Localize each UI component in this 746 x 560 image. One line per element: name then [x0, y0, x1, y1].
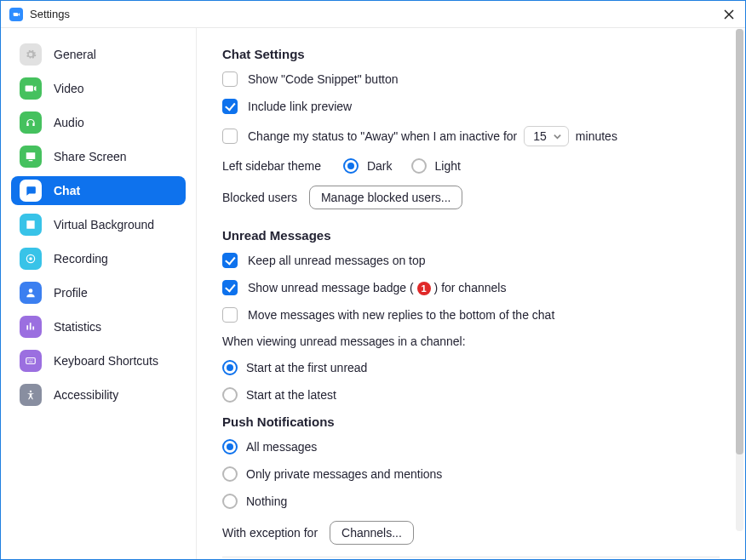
sidebar-item-video[interactable]: Video — [11, 74, 186, 103]
link-preview-checkbox[interactable] — [222, 99, 238, 114]
recording-icon — [20, 248, 42, 270]
exception-row: With exception for Channels... — [222, 521, 720, 545]
theme-dark-radio[interactable] — [343, 158, 359, 174]
theme-light-label: Light — [435, 159, 461, 173]
start-first-unread-radio[interactable] — [222, 360, 238, 375]
sidebar-item-label: Keyboard Shortcuts — [54, 354, 158, 368]
sidebar-item-label: Share Screen — [54, 150, 127, 163]
sidebar-item-general[interactable]: General — [11, 40, 186, 69]
unread-badge-checkbox[interactable] — [222, 280, 238, 295]
app-icon — [9, 8, 23, 21]
keyboard-icon — [20, 350, 42, 372]
push-nothing-radio[interactable] — [222, 494, 238, 509]
code-snippet-checkbox[interactable] — [222, 71, 238, 87]
sidebar-item-label: Profile — [54, 286, 88, 300]
sidebar-item-chat[interactable]: Chat — [11, 176, 186, 205]
start-latest-label: Start at the latest — [246, 388, 336, 402]
profile-icon — [20, 282, 42, 304]
push-heading: Push Notifications — [222, 414, 720, 429]
move-replies-checkbox[interactable] — [222, 307, 238, 323]
theme-dark-label: Dark — [367, 159, 393, 173]
exception-channels-button[interactable]: Channels... — [330, 521, 414, 545]
sidebar-item-label: Chat — [54, 184, 80, 197]
statistics-icon — [20, 316, 42, 338]
unread-heading: Unread Messages — [222, 228, 720, 243]
svg-point-4 — [30, 391, 32, 392]
away-minutes-select[interactable]: 15 — [524, 126, 569, 146]
move-replies-row: Move messages with new replies to the bo… — [222, 307, 720, 323]
sidebar-theme-row: Left sidebar theme Dark Light — [222, 158, 720, 174]
push-all-radio[interactable] — [222, 439, 238, 454]
chat-settings-heading: Chat Settings — [222, 47, 720, 61]
push-nothing-row: Nothing — [222, 494, 720, 509]
gear-icon — [20, 43, 42, 66]
svg-point-2 — [29, 289, 33, 293]
push-private-row: Only private messages and mentions — [222, 466, 720, 482]
code-snippet-row: Show "Code Snippet" button — [222, 71, 720, 87]
unread-badge-example: 1 — [417, 281, 431, 295]
push-private-label: Only private messages and mentions — [246, 467, 442, 481]
sidebar-item-profile[interactable]: Profile — [11, 278, 186, 307]
divider — [222, 557, 720, 557]
virtual-bg-icon — [20, 214, 42, 236]
start-first-unread-row: Start at the first unread — [222, 360, 720, 375]
start-latest-row: Start at the latest — [222, 387, 720, 403]
sidebar-item-label: General — [54, 48, 96, 61]
keep-on-top-label: Keep all unread messages on top — [248, 254, 426, 267]
away-minutes-value: 15 — [533, 129, 547, 143]
sidebar-item-label: Virtual Background — [54, 218, 154, 231]
window-body: General Video Audio Share Screen Chat Vi… — [1, 28, 745, 559]
push-private-radio[interactable] — [222, 466, 238, 482]
scrollbar-thumb[interactable] — [736, 29, 743, 454]
unread-badge-suffix: ) for channels — [434, 281, 507, 294]
start-first-unread-label: Start at the first unread — [246, 361, 367, 374]
unread-badge-row: Show unread message badge ( 1 ) for chan… — [222, 280, 720, 295]
manage-blocked-users-button[interactable]: Manage blocked users... — [309, 186, 463, 209]
unread-badge-icon: 1 — [417, 282, 431, 295]
settings-window: Settings General Video Audio Share Scree… — [0, 0, 746, 560]
window-title: Settings — [30, 8, 70, 20]
link-preview-label: Include link preview — [248, 100, 352, 113]
sidebar-item-recording[interactable]: Recording — [11, 244, 186, 273]
away-status-checkbox[interactable] — [222, 129, 238, 144]
code-snippet-label: Show "Code Snippet" button — [248, 72, 399, 86]
sidebar-item-label: Recording — [54, 252, 108, 266]
svg-rect-3 — [26, 358, 36, 364]
content-pane: Chat Settings Show "Code Snippet" button… — [197, 28, 745, 559]
share-screen-icon — [20, 146, 42, 168]
keep-on-top-checkbox[interactable] — [222, 253, 238, 268]
sidebar-item-statistics[interactable]: Statistics — [11, 312, 186, 341]
sidebar-item-share-screen[interactable]: Share Screen — [11, 142, 186, 171]
theme-light-radio[interactable] — [411, 158, 427, 174]
away-status-row: Change my status to "Away" when I am ina… — [222, 126, 720, 146]
link-preview-row: Include link preview — [222, 99, 720, 114]
sidebar-item-audio[interactable]: Audio — [11, 108, 186, 137]
accessibility-icon — [20, 384, 42, 406]
push-all-row: All messages — [222, 439, 720, 454]
sidebar-item-accessibility[interactable]: Accessibility — [11, 380, 186, 409]
push-nothing-label: Nothing — [246, 494, 287, 508]
sidebar-item-keyboard-shortcuts[interactable]: Keyboard Shortcuts — [11, 346, 186, 375]
viewing-unread-label: When viewing unread messages in a channe… — [222, 334, 720, 348]
chevron-down-icon — [554, 129, 561, 143]
away-status-suffix: minutes — [576, 129, 617, 143]
unread-badge-prefix: Show unread message badge ( — [248, 281, 414, 294]
video-icon — [20, 77, 42, 100]
push-all-label: All messages — [246, 440, 317, 454]
chat-icon — [20, 180, 42, 202]
sidebar-item-label: Accessibility — [54, 388, 118, 402]
away-status-prefix: Change my status to "Away" when I am ina… — [248, 129, 517, 143]
close-button[interactable] — [721, 7, 737, 22]
headphones-icon — [20, 111, 42, 134]
sidebar-item-label: Video — [54, 82, 84, 95]
sidebar: General Video Audio Share Screen Chat Vi… — [1, 28, 197, 559]
keep-on-top-row: Keep all unread messages on top — [222, 253, 720, 268]
blocked-users-row: Blocked users Manage blocked users... — [222, 186, 720, 209]
titlebar: Settings — [1, 1, 745, 28]
blocked-users-label: Blocked users — [222, 191, 297, 204]
move-replies-label: Move messages with new replies to the bo… — [248, 308, 554, 322]
sidebar-item-virtual-background[interactable]: Virtual Background — [11, 210, 186, 239]
sidebar-item-label: Audio — [54, 116, 84, 129]
exception-label: With exception for — [222, 526, 318, 540]
start-latest-radio[interactable] — [222, 387, 238, 403]
